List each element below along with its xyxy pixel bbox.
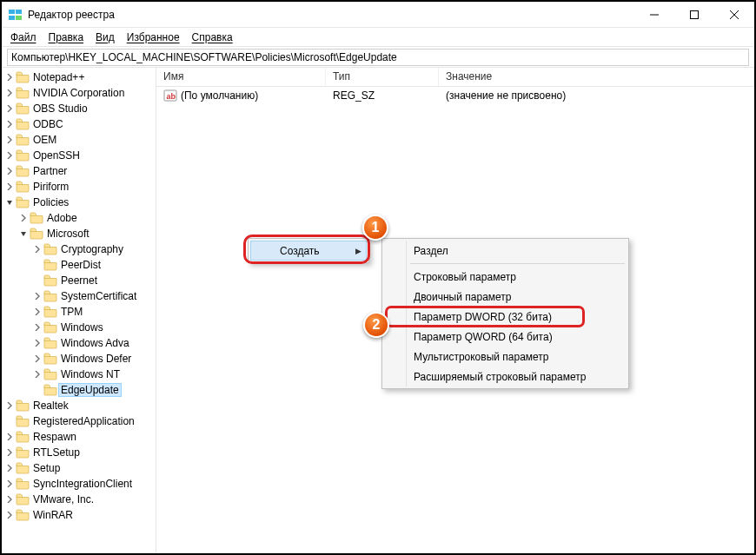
tree-expander-icon[interactable] bbox=[3, 168, 16, 175]
svg-rect-1 bbox=[16, 10, 22, 14]
tree-expander-icon[interactable] bbox=[17, 230, 30, 237]
tree-expander-icon[interactable] bbox=[31, 308, 43, 315]
tree-expander-icon[interactable] bbox=[31, 293, 43, 300]
menu-edit[interactable]: Правка bbox=[43, 30, 90, 45]
tree-item[interactable]: Partner bbox=[2, 163, 156, 179]
tree-label: Windows NT bbox=[59, 368, 122, 380]
tree-label: OEM bbox=[31, 134, 58, 146]
tree-expander-icon[interactable] bbox=[3, 496, 16, 503]
tree-expander-icon[interactable] bbox=[3, 449, 16, 456]
ctx-item[interactable]: Параметр DWORD (32 бита) bbox=[384, 307, 627, 327]
tree-expander-icon[interactable] bbox=[3, 121, 16, 128]
tree-label: TPM bbox=[59, 306, 84, 318]
menu-bar: Файл Правка Вид Избранное Справка bbox=[2, 28, 754, 47]
tree-expander-icon[interactable] bbox=[17, 215, 30, 221]
context-submenu[interactable]: РазделСтроковый параметрДвоичный парамет… bbox=[381, 238, 629, 389]
tree-item[interactable]: Piriform bbox=[2, 179, 156, 195]
tree-label: Windows bbox=[59, 321, 105, 334]
tree-item[interactable]: Realtek bbox=[2, 398, 156, 413]
tree-item[interactable]: PeerDist bbox=[2, 257, 156, 273]
tree-item[interactable]: Policies bbox=[2, 195, 156, 210]
tree-expander-icon[interactable] bbox=[31, 355, 43, 362]
svg-rect-0 bbox=[9, 10, 15, 14]
ctx-item[interactable]: Расширяемый строковый параметр bbox=[384, 367, 627, 387]
menu-file[interactable]: Файл bbox=[5, 30, 42, 45]
title-bar: Редактор реестра bbox=[2, 2, 754, 28]
tree-item[interactable]: OpenSSH bbox=[2, 148, 156, 163]
tree-item[interactable]: Respawn bbox=[2, 429, 156, 445]
tree-item[interactable]: EdgeUpdate bbox=[2, 382, 156, 398]
ctx-item[interactable]: Раздел bbox=[384, 241, 627, 261]
tree-item[interactable]: OBS Studio bbox=[2, 101, 156, 116]
maximize-button[interactable] bbox=[674, 2, 714, 28]
col-header-type[interactable]: Тип bbox=[326, 68, 439, 86]
tree-label: RTLSetup bbox=[31, 446, 82, 459]
tree-item[interactable]: Windows Defer bbox=[2, 351, 156, 367]
folder-icon bbox=[16, 181, 30, 193]
tree-item[interactable]: RegisteredApplication bbox=[2, 413, 156, 429]
ctx-item[interactable]: Параметр QWORD (64 бита) bbox=[384, 327, 627, 347]
tree-item[interactable]: SystemCertificat bbox=[2, 288, 156, 304]
tree-expander-icon[interactable] bbox=[3, 74, 16, 81]
tree-expander-icon[interactable] bbox=[3, 480, 16, 487]
folder-icon bbox=[43, 384, 57, 396]
tree-item[interactable]: Peernet bbox=[2, 273, 156, 288]
tree-item[interactable]: VMware, Inc. bbox=[2, 492, 156, 507]
tree-item[interactable]: RTLSetup bbox=[2, 445, 156, 460]
menu-view[interactable]: Вид bbox=[90, 30, 120, 45]
minimize-button[interactable] bbox=[634, 2, 674, 28]
address-input[interactable] bbox=[7, 49, 749, 66]
tree-expander-icon[interactable] bbox=[31, 324, 43, 331]
tree-expander-icon[interactable] bbox=[3, 402, 16, 409]
tree-item[interactable]: SyncIntegrationClient bbox=[2, 476, 156, 492]
tree-item[interactable]: Adobe bbox=[2, 210, 156, 226]
tree-expander-icon[interactable] bbox=[3, 136, 16, 143]
tree-item[interactable]: NVIDIA Corporation bbox=[2, 85, 156, 101]
tree-expander-icon[interactable] bbox=[31, 340, 43, 347]
ctx-item[interactable]: Двоичный параметр bbox=[384, 287, 627, 307]
step-badge-2: 2 bbox=[363, 312, 389, 338]
tree-expander-icon[interactable] bbox=[3, 433, 16, 440]
folder-icon bbox=[43, 353, 57, 365]
col-header-value[interactable]: Значение bbox=[439, 68, 754, 86]
tree-expander-icon[interactable] bbox=[3, 183, 16, 190]
tree-expander-icon[interactable] bbox=[31, 246, 43, 253]
col-header-name[interactable]: Имя bbox=[156, 68, 326, 86]
ctx-create[interactable]: Создать ▶ bbox=[250, 241, 367, 261]
context-menu[interactable]: Создать ▶ bbox=[248, 238, 369, 263]
close-button[interactable] bbox=[714, 2, 754, 28]
tree-item[interactable]: WinRAR bbox=[2, 507, 156, 523]
string-value-icon: ab bbox=[163, 89, 177, 102]
ctx-item[interactable]: Мультистроковый параметр bbox=[384, 347, 627, 367]
tree-item[interactable]: ODBC bbox=[2, 116, 156, 132]
tree-expander-icon[interactable] bbox=[31, 371, 43, 378]
tree-expander-icon[interactable] bbox=[3, 199, 16, 206]
tree-label: RegisteredApplication bbox=[31, 415, 136, 427]
tree-item[interactable]: Notepad++ bbox=[2, 69, 156, 85]
menu-favorites[interactable]: Избранное bbox=[122, 30, 185, 45]
ctx-item[interactable]: Строковый параметр bbox=[384, 267, 627, 287]
folder-icon bbox=[16, 431, 30, 443]
tree-item[interactable]: OEM bbox=[2, 132, 156, 148]
tree-panel[interactable]: Notepad++NVIDIA CorporationOBS StudioODB… bbox=[2, 68, 156, 553]
folder-icon bbox=[16, 509, 30, 521]
tree-item[interactable]: Cryptography bbox=[2, 241, 156, 257]
folder-icon bbox=[30, 212, 43, 224]
tree-item[interactable]: Windows bbox=[2, 320, 156, 335]
tree-item[interactable]: TPM bbox=[2, 304, 156, 320]
tree-item[interactable]: Windows NT bbox=[2, 367, 156, 382]
tree-item[interactable]: Microsoft bbox=[2, 226, 156, 241]
folder-icon bbox=[43, 274, 57, 287]
tree-label: PeerDist bbox=[59, 259, 103, 271]
tree-expander-icon[interactable] bbox=[3, 89, 16, 96]
tree-item[interactable]: Windows Adva bbox=[2, 335, 156, 351]
folder-icon bbox=[16, 400, 30, 412]
tree-item[interactable]: Setup bbox=[2, 460, 156, 476]
tree-expander-icon[interactable] bbox=[3, 105, 16, 112]
tree-expander-icon[interactable] bbox=[3, 465, 16, 472]
menu-help[interactable]: Справка bbox=[187, 30, 238, 45]
tree-expander-icon[interactable] bbox=[3, 512, 16, 519]
list-row[interactable]: ab (По умолчанию) REG_SZ (значение не пр… bbox=[156, 87, 754, 104]
tree-expander-icon[interactable] bbox=[3, 152, 16, 159]
tree-label: Partner bbox=[31, 165, 69, 177]
